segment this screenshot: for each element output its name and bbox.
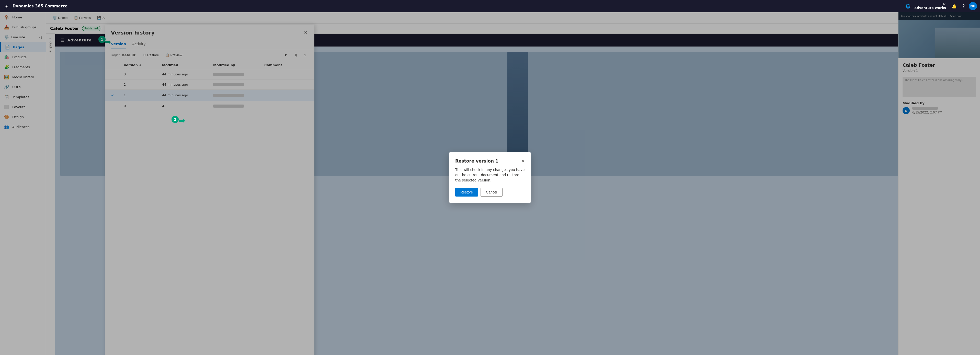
globe-button[interactable]: 🌐 [904,2,912,10]
topbar-site: Site adventure works [915,3,946,10]
topbar: ⊞ Dynamics 365 Commerce 🌐 Site adventure… [0,0,980,12]
avatar[interactable]: NH [969,2,977,10]
cancel-button[interactable]: Cancel [480,188,503,197]
topbar-right: 🌐 Site adventure works 🔔 ? NH [904,2,977,10]
help-button[interactable]: ? [961,2,966,10]
site-label: Site [941,3,946,6]
modal-title: Restore version 1 ✕ [455,158,525,164]
waffle-icon[interactable]: ⊞ [3,2,10,11]
modal-close-button[interactable]: ✕ [522,159,525,164]
modal-body: This will check in any changes you have … [455,167,525,183]
annotation-badge-2: 2 [172,116,179,123]
modal-title-text: Restore version 1 [455,158,498,164]
annotation-arrow-2: ➡ [178,116,185,126]
bell-button[interactable]: 🔔 [950,2,958,10]
modal-overlay[interactable]: Restore version 1 ✕ This will check in a… [0,0,980,355]
restore-modal: Restore version 1 ✕ This will check in a… [449,152,531,203]
restore-confirm-button[interactable]: Restore [455,188,478,197]
modal-actions: Restore Cancel [455,188,525,197]
site-name: adventure works [915,6,946,10]
app-title: Dynamics 365 Commerce [13,4,68,8]
